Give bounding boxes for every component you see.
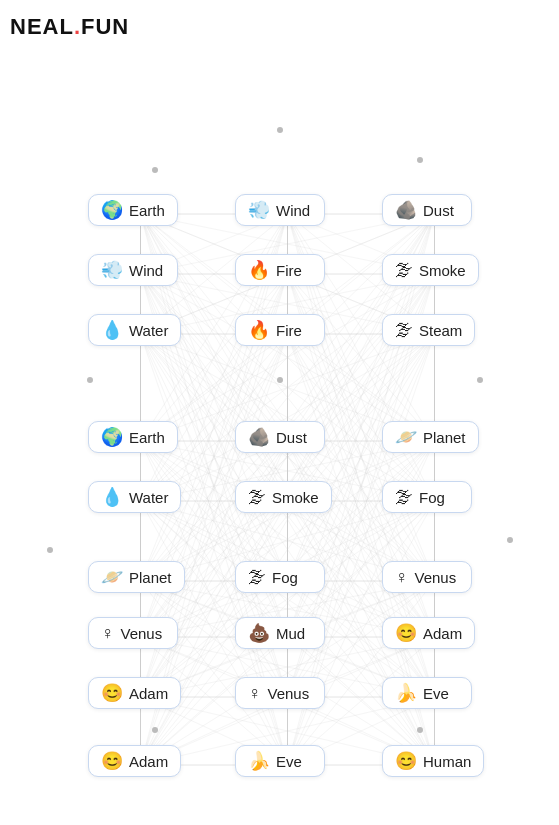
- node-earth[interactable]: 🌍Earth: [88, 421, 178, 453]
- steam-label: Steam: [419, 322, 462, 339]
- human-label: Human: [423, 753, 471, 770]
- adam-label: Adam: [423, 625, 462, 642]
- planet-label: Planet: [423, 429, 466, 446]
- dust-label: Dust: [423, 202, 454, 219]
- smoke-icon: 🌫: [248, 488, 266, 506]
- wind-label: Wind: [276, 202, 310, 219]
- fire-icon: 🔥: [248, 261, 270, 279]
- node-fog[interactable]: 🌫Fog: [382, 481, 472, 513]
- dust-icon: 🪨: [248, 428, 270, 446]
- connector-dot: [417, 157, 423, 163]
- eve-label: Eve: [276, 753, 302, 770]
- dust-icon: 🪨: [395, 201, 417, 219]
- connector-dot: [47, 547, 53, 553]
- adam-label: Adam: [129, 685, 168, 702]
- node-dust[interactable]: 🪨Dust: [382, 194, 472, 226]
- mud-icon: 💩: [248, 624, 270, 642]
- water-icon: 💧: [101, 488, 123, 506]
- venus-label: Venus: [121, 625, 163, 642]
- adam-icon: 😊: [395, 624, 417, 642]
- node-fog[interactable]: 🌫Fog: [235, 561, 325, 593]
- adam-label: Adam: [129, 753, 168, 770]
- node-planet[interactable]: 🪐Planet: [382, 421, 479, 453]
- venus-label: Venus: [268, 685, 310, 702]
- connector-dot: [277, 127, 283, 133]
- smoke-label: Smoke: [272, 489, 319, 506]
- connector-dot: [87, 377, 93, 383]
- adam-icon: 😊: [101, 752, 123, 770]
- node-fire[interactable]: 🔥Fire: [235, 254, 325, 286]
- node-eve[interactable]: 🍌Eve: [235, 745, 325, 777]
- node-smoke[interactable]: 🌫Smoke: [382, 254, 479, 286]
- wind-icon: 💨: [101, 261, 123, 279]
- earth-icon: 🌍: [101, 201, 123, 219]
- fog-icon: 🌫: [395, 488, 413, 506]
- fire-label: Fire: [276, 322, 302, 339]
- node-water[interactable]: 💧Water: [88, 314, 181, 346]
- node-adam[interactable]: 😊Adam: [88, 677, 181, 709]
- water-label: Water: [129, 489, 168, 506]
- node-fire[interactable]: 🔥Fire: [235, 314, 325, 346]
- connector-dot: [277, 377, 283, 383]
- node-water[interactable]: 💧Water: [88, 481, 181, 513]
- connector-dot: [152, 727, 158, 733]
- earth-label: Earth: [129, 429, 165, 446]
- node-eve[interactable]: 🍌Eve: [382, 677, 472, 709]
- fire-icon: 🔥: [248, 321, 270, 339]
- steam-icon: 🌫: [395, 321, 413, 339]
- node-smoke[interactable]: 🌫Smoke: [235, 481, 332, 513]
- connector-dot: [417, 727, 423, 733]
- planet-label: Planet: [129, 569, 172, 586]
- water-label: Water: [129, 322, 168, 339]
- wind-icon: 💨: [248, 201, 270, 219]
- fog-icon: 🌫: [248, 568, 266, 586]
- node-planet[interactable]: 🪐Planet: [88, 561, 185, 593]
- eve-label: Eve: [423, 685, 449, 702]
- site-logo: NEAL.FUN: [10, 14, 129, 40]
- fire-label: Fire: [276, 262, 302, 279]
- node-wind[interactable]: 💨Wind: [235, 194, 325, 226]
- node-venus[interactable]: ♀Venus: [235, 677, 325, 709]
- venus-icon: ♀: [101, 624, 115, 642]
- node-adam[interactable]: 😊Adam: [88, 745, 181, 777]
- node-human[interactable]: 😊Human: [382, 745, 484, 777]
- dust-label: Dust: [276, 429, 307, 446]
- venus-icon: ♀: [248, 684, 262, 702]
- venus-label: Venus: [415, 569, 457, 586]
- mud-label: Mud: [276, 625, 305, 642]
- venus-icon: ♀: [395, 568, 409, 586]
- human-icon: 😊: [395, 752, 417, 770]
- fog-label: Fog: [419, 489, 445, 506]
- node-steam[interactable]: 🌫Steam: [382, 314, 475, 346]
- node-earth[interactable]: 🌍Earth: [88, 194, 178, 226]
- earth-icon: 🌍: [101, 428, 123, 446]
- connector-dot: [477, 377, 483, 383]
- fog-label: Fog: [272, 569, 298, 586]
- eve-icon: 🍌: [395, 684, 417, 702]
- planet-icon: 🪐: [395, 428, 417, 446]
- connector-dot: [507, 537, 513, 543]
- node-venus[interactable]: ♀Venus: [382, 561, 472, 593]
- eve-icon: 🍌: [248, 752, 270, 770]
- connector-dot: [152, 167, 158, 173]
- nodes-container: 🌍Earth💨Wind🪨Dust💨Wind🔥Fire🌫Smoke💧Water🔥F…: [0, 0, 559, 825]
- node-mud[interactable]: 💩Mud: [235, 617, 325, 649]
- node-wind[interactable]: 💨Wind: [88, 254, 178, 286]
- water-icon: 💧: [101, 321, 123, 339]
- planet-icon: 🪐: [101, 568, 123, 586]
- smoke-icon: 🌫: [395, 261, 413, 279]
- wind-label: Wind: [129, 262, 163, 279]
- adam-icon: 😊: [101, 684, 123, 702]
- node-venus[interactable]: ♀Venus: [88, 617, 178, 649]
- smoke-label: Smoke: [419, 262, 466, 279]
- node-adam[interactable]: 😊Adam: [382, 617, 475, 649]
- earth-label: Earth: [129, 202, 165, 219]
- node-dust[interactable]: 🪨Dust: [235, 421, 325, 453]
